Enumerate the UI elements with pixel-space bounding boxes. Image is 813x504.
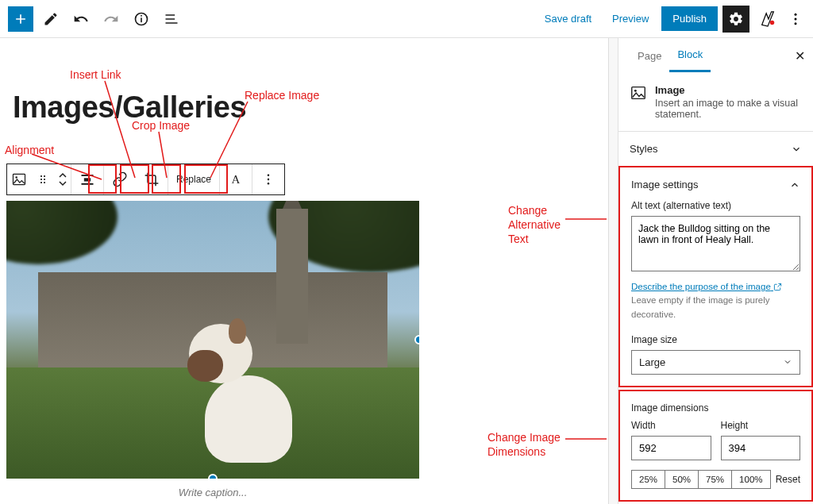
pct-100-button[interactable]: 100% — [732, 471, 769, 488]
external-link-icon — [773, 283, 782, 291]
kebab-icon — [261, 172, 275, 187]
plus-icon — [13, 11, 29, 27]
alt-help-link[interactable]: Describe the purpose of the image — [631, 282, 782, 291]
page-title[interactable]: Images/Galleries — [13, 90, 246, 125]
tab-page[interactable]: Page — [630, 40, 669, 71]
move-arrows[interactable] — [55, 172, 71, 187]
svg-point-4 — [795, 13, 797, 15]
add-block-button[interactable] — [8, 6, 33, 32]
chevron-up-icon — [789, 179, 800, 190]
svg-point-5 — [795, 17, 797, 20]
undo-icon — [73, 11, 89, 27]
height-input[interactable] — [721, 436, 801, 460]
block-name: Image — [655, 84, 802, 96]
undo-button[interactable] — [68, 6, 94, 32]
kebab-icon — [788, 11, 803, 27]
width-input[interactable] — [631, 436, 711, 460]
sidebar: Page Block ✕ Image Insert an image to ma… — [618, 38, 813, 504]
svg-point-19 — [268, 179, 269, 180]
reset-button[interactable]: Reset — [776, 474, 800, 485]
annotation-replace-image: Replace Image — [245, 89, 319, 102]
image-icon — [630, 84, 647, 102]
highlight-alignment — [88, 164, 117, 194]
svg-rect-7 — [13, 174, 25, 184]
chevron-down-icon — [59, 181, 67, 187]
image-icon — [11, 171, 27, 187]
caption-input[interactable]: Write caption... — [6, 487, 419, 498]
svg-point-10 — [44, 175, 45, 177]
svg-point-20 — [268, 183, 269, 184]
svg-point-13 — [40, 182, 42, 183]
alt-text-label: Alt text (alternative text) — [631, 200, 800, 211]
alt-text-input[interactable]: Jack the Bulldog sitting on the lawn in … — [631, 216, 800, 271]
redo-icon — [103, 11, 119, 27]
settings-button[interactable] — [722, 6, 749, 33]
styles-panel-header[interactable]: Styles — [630, 143, 802, 155]
image-settings-header[interactable]: Image settings — [631, 179, 800, 190]
top-toolbar: Save draft Preview Publish — [0, 0, 813, 38]
resize-handle-bottom[interactable] — [208, 474, 218, 479]
svg-point-3 — [770, 20, 775, 25]
drag-icon — [37, 173, 49, 186]
height-label: Height — [721, 420, 801, 431]
gear-icon — [728, 11, 744, 27]
svg-point-9 — [40, 175, 42, 177]
block-more-button[interactable] — [252, 164, 284, 194]
pct-75-button[interactable]: 75% — [699, 471, 732, 488]
svg-point-11 — [40, 179, 42, 180]
svg-rect-27 — [632, 87, 645, 99]
image-settings-label: Image settings — [631, 179, 699, 190]
pct-25-button[interactable]: 25% — [632, 471, 665, 488]
info-button[interactable] — [129, 6, 154, 32]
block-description: Image Insert an image to make a visual s… — [618, 73, 813, 131]
resize-handle-right[interactable] — [414, 335, 419, 344]
list-icon — [164, 11, 179, 27]
publish-button[interactable]: Publish — [661, 6, 718, 31]
image-block[interactable] — [6, 201, 419, 479]
highlight-crop — [152, 164, 181, 194]
image-size-label: Image size — [631, 334, 800, 345]
close-sidebar-button[interactable]: ✕ — [795, 48, 805, 63]
svg-point-14 — [44, 182, 45, 183]
pencil-icon — [43, 11, 59, 27]
percent-buttons: 25% 50% 75% 100% — [631, 470, 771, 489]
chevron-up-icon — [59, 172, 67, 178]
annotation-alignment: Alignment — [5, 144, 54, 156]
svg-point-18 — [268, 175, 269, 176]
styles-label: Styles — [630, 143, 657, 155]
svg-point-12 — [44, 179, 45, 180]
block-description-text: Insert an image to make a visual stateme… — [655, 98, 802, 120]
redo-button[interactable] — [98, 6, 124, 32]
annotation-insert-link: Insert Link — [70, 68, 121, 81]
edit-mode-button[interactable] — [38, 6, 64, 32]
svg-rect-2 — [141, 15, 142, 17]
top-toolbar-left — [8, 6, 184, 32]
tab-block[interactable]: Block — [669, 39, 711, 72]
annotation-change-alt: Change Alternative Text — [508, 203, 580, 247]
annotation-crop-image: Crop Image — [132, 119, 190, 132]
drag-handle[interactable] — [31, 164, 55, 194]
yoast-button[interactable] — [754, 6, 781, 33]
alt-help-text: Describe the purpose of the image Leave … — [631, 280, 800, 321]
save-draft-button[interactable]: Save draft — [537, 8, 599, 29]
image-size-select[interactable]: Large — [631, 350, 800, 375]
width-label: Width — [631, 420, 711, 431]
info-icon — [133, 11, 149, 27]
svg-point-6 — [795, 22, 797, 25]
styles-panel: Styles — [618, 131, 813, 166]
annotation-change-dims: Change Image Dimensions — [487, 430, 567, 459]
chevron-down-icon — [783, 357, 792, 367]
image-dimensions-panel: Image dimensions Width Height 25% 50% 75… — [618, 390, 813, 502]
scrollbar[interactable] — [608, 38, 618, 504]
highlight-link — [120, 164, 149, 194]
top-toolbar-right: Save draft Preview Publish — [537, 6, 805, 33]
block-type-button[interactable] — [7, 164, 31, 194]
outline-button[interactable] — [159, 6, 184, 32]
main-area: Images/Galleries — [0, 38, 813, 504]
more-options-button[interactable] — [786, 11, 805, 27]
sidebar-tabs: Page Block ✕ — [618, 38, 813, 73]
pct-50-button[interactable]: 50% — [665, 471, 699, 488]
editor-canvas: Images/Galleries — [0, 38, 618, 504]
preview-button[interactable]: Preview — [604, 8, 657, 29]
svg-rect-1 — [141, 17, 142, 22]
